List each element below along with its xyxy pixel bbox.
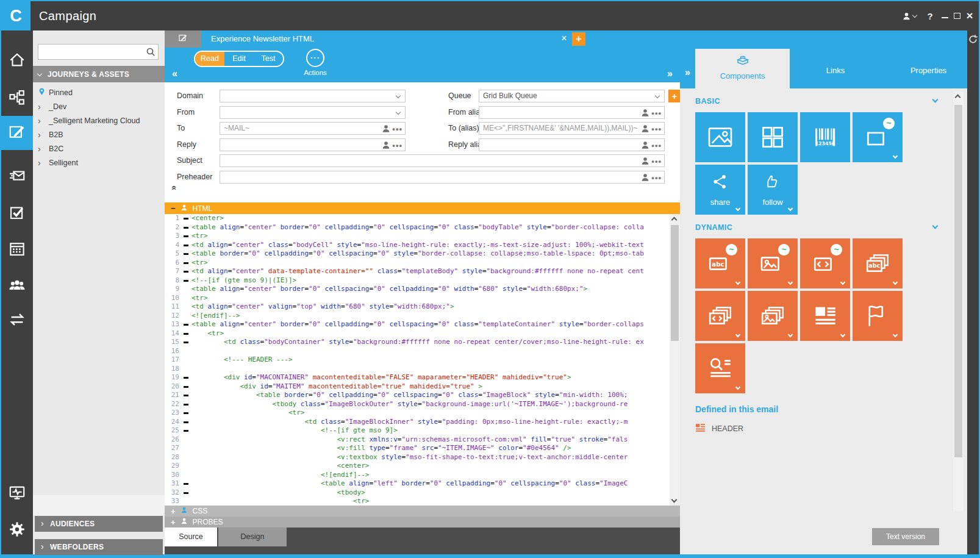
to-alias-field[interactable]: ME<>'',FIRSTNAME&' '&NAME,MAIL)),MAIL))~… — [479, 122, 665, 135]
minimize-icon[interactable] — [939, 1, 951, 30]
person-picker-icon[interactable] — [382, 124, 390, 133]
rail-item-settings[interactable] — [1, 513, 33, 548]
chevron-down-icon[interactable] — [655, 93, 660, 98]
rail-item-email[interactable] — [1, 160, 33, 194]
component-tile-dynamic-image[interactable]: ~ — [748, 238, 798, 288]
code-editor[interactable]: 1<center>2<table align="center" border="… — [165, 214, 670, 506]
rail-item-monitor[interactable] — [1, 477, 33, 511]
reply-field[interactable]: ••• — [220, 138, 406, 151]
expand-right-icon[interactable]: » — [685, 67, 690, 78]
collapse-right-icon[interactable]: » — [667, 68, 673, 79]
component-tile-flag[interactable] — [853, 291, 903, 341]
tree-item-b2b[interactable]: ›B2B — [33, 127, 165, 141]
component-tile-share[interactable]: share — [695, 165, 745, 215]
chevron-down-icon[interactable] — [788, 206, 793, 211]
section-header-html[interactable]: − HTML — [165, 202, 680, 214]
component-tile-dynamic-code[interactable]: ~ — [800, 238, 850, 288]
collapse-left-icon[interactable]: « — [172, 68, 177, 79]
subject-field[interactable]: ••• — [220, 154, 665, 167]
mode-test[interactable]: Test — [254, 52, 283, 66]
mode-edit[interactable]: Edit — [224, 52, 254, 66]
tab-design[interactable]: Design — [218, 528, 287, 546]
component-tile-dynamic-text[interactable]: abc~ — [695, 238, 745, 288]
defined-item-header[interactable]: HEADER — [695, 423, 953, 435]
component-tile-dynamic-container[interactable]: ~ — [853, 112, 903, 162]
person-picker-icon[interactable] — [641, 124, 649, 133]
scrollbar-thumb[interactable] — [954, 105, 962, 457]
rail-item-tasks[interactable] — [1, 196, 33, 231]
app-logo[interactable]: C — [1, 1, 30, 30]
browse-ellipsis-icon[interactable]: ••• — [651, 172, 662, 184]
component-tile-barcode[interactable]: 123456 — [800, 112, 850, 162]
close-tab-icon[interactable]: × — [559, 30, 570, 48]
browse-ellipsis-icon[interactable]: ••• — [651, 123, 662, 135]
scroll-down-icon[interactable] — [671, 497, 678, 503]
section-header-css[interactable]: + CSS — [165, 506, 680, 517]
text-version-button[interactable]: Text version — [872, 528, 939, 545]
tab-source[interactable]: Source — [165, 528, 217, 546]
help-icon[interactable]: ? — [924, 1, 936, 30]
queue-field[interactable]: Grid Bulk Queue — [479, 90, 665, 102]
maximize-icon[interactable] — [951, 1, 963, 30]
tree-item--dev[interactable]: ›_Dev — [33, 99, 165, 113]
component-tile-follow[interactable]: follow — [748, 165, 798, 215]
preheader-field[interactable]: ••• — [220, 171, 665, 184]
group-label-basic[interactable]: BASIC — [695, 97, 942, 106]
browse-ellipsis-icon[interactable]: ••• — [651, 156, 662, 167]
tree-item-b2c[interactable]: ›B2C — [33, 141, 165, 156]
component-tile-image[interactable] — [695, 112, 745, 162]
chevron-down-icon[interactable] — [396, 109, 401, 114]
rail-item-journeys[interactable] — [1, 82, 33, 116]
chevron-down-icon[interactable] — [735, 206, 740, 211]
component-tile-repeater-image[interactable] — [748, 291, 798, 341]
scrollbar-thumb[interactable] — [671, 225, 679, 341]
person-picker-icon[interactable] — [641, 109, 649, 117]
code-scrollbar[interactable] — [670, 214, 680, 506]
document-tab[interactable]: Experience Newsletter HTML — [211, 30, 314, 48]
browse-ellipsis-icon[interactable]: ••• — [651, 107, 662, 119]
add-queue-icon[interactable]: + — [668, 90, 681, 102]
collapse-form-icon[interactable]: » — [168, 185, 178, 190]
person-picker-icon[interactable] — [641, 157, 649, 165]
tab-properties[interactable]: Properties — [896, 66, 960, 75]
rail-item-data-exchange[interactable] — [1, 304, 33, 338]
tree-item--selligent-marketing-cloud[interactable]: ›_Selligent Marketing Cloud — [33, 113, 165, 127]
component-tile-layout[interactable] — [748, 112, 798, 162]
tab-links[interactable]: Links — [805, 66, 866, 75]
rail-item-content[interactable] — [1, 116, 33, 150]
panel-scrollbar[interactable] — [953, 91, 964, 512]
rail-item-planning[interactable] — [1, 233, 33, 267]
component-tile-article-search[interactable] — [695, 343, 745, 393]
rail-item-audiences[interactable] — [1, 270, 33, 304]
from-alias-field[interactable]: ••• — [479, 106, 665, 119]
document-tab-button[interactable] — [165, 30, 201, 48]
browse-ellipsis-icon[interactable]: ••• — [651, 140, 662, 151]
scroll-up-icon[interactable] — [671, 217, 678, 223]
from-field[interactable] — [220, 106, 406, 119]
rail-item-home[interactable] — [1, 44, 33, 78]
refresh-icon[interactable] — [968, 34, 978, 45]
chevron-down-icon[interactable] — [396, 93, 401, 98]
tree-item-pinned[interactable]: Pinned — [33, 85, 165, 99]
close-icon[interactable]: × — [964, 1, 976, 30]
tree-section-audiences[interactable]: › AUDIENCES — [35, 516, 163, 532]
reply-alias-field[interactable]: ••• — [479, 138, 665, 151]
person-picker-icon[interactable] — [382, 141, 390, 149]
mode-read[interactable]: Read — [195, 52, 224, 66]
search-input[interactable] — [38, 44, 159, 60]
user-menu-icon[interactable] — [899, 1, 920, 30]
actions-button[interactable]: ··· Actions — [295, 49, 335, 80]
person-picker-icon[interactable] — [641, 141, 649, 149]
to-field[interactable]: ~MAIL~••• — [220, 122, 406, 135]
browse-ellipsis-icon[interactable]: ••• — [392, 140, 402, 151]
tree-item-selligent[interactable]: ›Selligent — [33, 156, 165, 170]
section-header-probes[interactable]: + PROBES — [165, 517, 680, 528]
tree-section-webfolders[interactable]: › WEBFOLDERS — [35, 539, 163, 555]
component-tile-repeater-code[interactable] — [695, 291, 745, 341]
new-tab-icon[interactable]: + — [572, 32, 585, 46]
tree-section-journeys-assets[interactable]: JOURNEYS & ASSETS — [33, 66, 165, 82]
browse-ellipsis-icon[interactable]: ••• — [392, 123, 402, 135]
scroll-up-icon[interactable] — [955, 95, 961, 101]
domain-field[interactable] — [220, 90, 406, 102]
tab-components[interactable]: Components — [695, 49, 790, 88]
